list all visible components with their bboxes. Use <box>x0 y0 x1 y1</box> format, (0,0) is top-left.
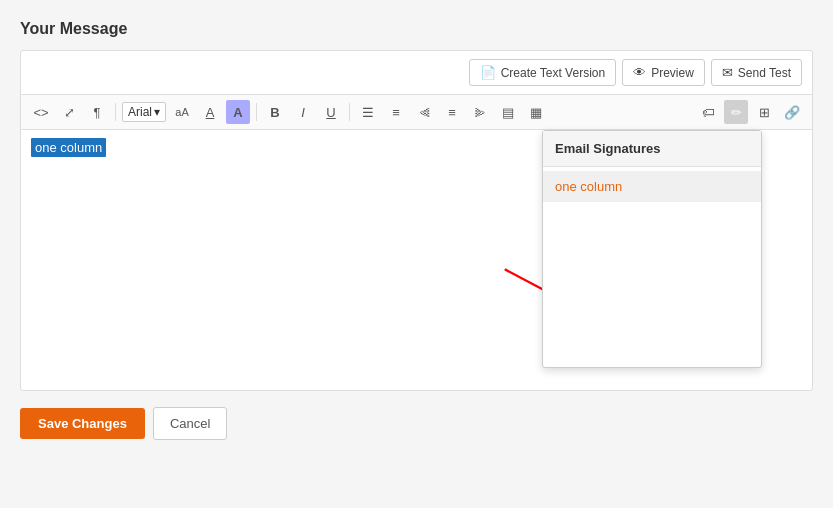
toolbar-separator-1 <box>115 103 116 121</box>
font-dropdown-arrow: ▾ <box>154 105 160 119</box>
align-center-icon[interactable]: ≡ <box>440 100 464 124</box>
document-icon: 📄 <box>480 65 496 80</box>
bold-icon[interactable]: B <box>263 100 287 124</box>
font-name: Arial <box>128 105 152 119</box>
italic-icon[interactable]: I <box>291 100 315 124</box>
signatures-panel-title: Email Signatures <box>543 131 761 167</box>
create-text-version-label: Create Text Version <box>501 66 606 80</box>
editor-topbar: 📄 Create Text Version 👁 Preview ✉ Send T… <box>21 51 812 95</box>
eye-icon: 👁 <box>633 65 646 80</box>
font-size-icon[interactable]: aA <box>170 100 194 124</box>
send-test-label: Send Test <box>738 66 791 80</box>
send-test-button[interactable]: ✉ Send Test <box>711 59 802 86</box>
image-insert-icon[interactable]: ▦ <box>524 100 548 124</box>
toolbar-separator-2 <box>256 103 257 121</box>
save-changes-button[interactable]: Save Changes <box>20 408 145 439</box>
cancel-button[interactable]: Cancel <box>153 407 227 440</box>
create-text-version-button[interactable]: 📄 Create Text Version <box>469 59 617 86</box>
signature-item[interactable]: one column <box>543 171 761 202</box>
pencil-signature-icon[interactable]: ✏ <box>724 100 748 124</box>
editor-body: one column Email Signatures one column <box>21 130 812 390</box>
signatures-dropdown: Email Signatures one column <box>542 130 762 368</box>
signatures-list: one column <box>543 167 761 367</box>
list-unordered-icon[interactable]: ☰ <box>356 100 380 124</box>
toolbar-separator-3 <box>349 103 350 121</box>
align-justify-icon[interactable]: ▤ <box>496 100 520 124</box>
paragraph-icon[interactable]: ¶ <box>85 100 109 124</box>
font-highlight-icon[interactable]: A <box>226 100 250 124</box>
align-right-icon[interactable]: ⫸ <box>468 100 492 124</box>
code-view-icon[interactable]: <> <box>29 100 53 124</box>
grid-layout-icon[interactable]: ⊞ <box>752 100 776 124</box>
editor-toolbar: <> ⤢ ¶ Arial ▾ aA A A B I U ☰ ≡ ⫷ ≡ ⫸ ▤ … <box>21 95 812 130</box>
underline-icon[interactable]: U <box>319 100 343 124</box>
selected-text: one column <box>31 138 106 157</box>
bottom-actions: Save Changes Cancel <box>20 407 813 440</box>
preview-button[interactable]: 👁 Preview <box>622 59 705 86</box>
preview-label: Preview <box>651 66 694 80</box>
tag-icon[interactable]: 🏷 <box>696 100 720 124</box>
list-ordered-icon[interactable]: ≡ <box>384 100 408 124</box>
page-title: Your Message <box>20 20 813 38</box>
link-icon[interactable]: 🔗 <box>780 100 804 124</box>
align-left-icon[interactable]: ⫷ <box>412 100 436 124</box>
font-color-underline-icon[interactable]: A <box>198 100 222 124</box>
mail-icon: ✉ <box>722 65 733 80</box>
font-selector[interactable]: Arial ▾ <box>122 102 166 122</box>
editor-container: 📄 Create Text Version 👁 Preview ✉ Send T… <box>20 50 813 391</box>
expand-icon[interactable]: ⤢ <box>57 100 81 124</box>
